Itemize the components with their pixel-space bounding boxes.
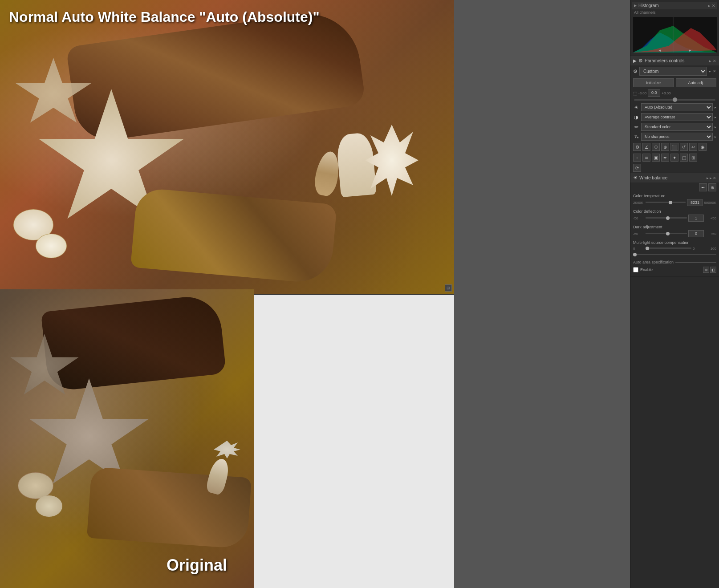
refresh-row: ⟳: [630, 163, 719, 173]
tool-icon-11[interactable]: ▣: [652, 154, 660, 162]
color-temp-row: 2000K 90000K: [633, 199, 716, 206]
color-dropdown-row: ✏ Standard color ▸: [630, 122, 719, 132]
auto-area-icon-1[interactable]: ⊕: [703, 267, 709, 273]
multi-light-thumb2[interactable]: [633, 253, 637, 256]
tool-icon-10[interactable]: ≋: [642, 154, 650, 162]
dark-adj-slider[interactable]: [646, 233, 687, 234]
histogram-label: All channels: [632, 9, 717, 16]
wb-sun-header-icon: ☀: [633, 175, 638, 181]
auto-area-header: Auto area specification: [630, 259, 719, 265]
wb-section-icons: ▸ ▸ ✕: [707, 176, 716, 180]
auto-area-icons: ⊕ ◧: [703, 267, 716, 273]
color-temp-min: 2000K: [633, 201, 644, 205]
histogram-more-icon[interactable]: ▸: [708, 4, 711, 8]
multi-light-slider2[interactable]: [633, 254, 716, 255]
divider-icon[interactable]: ⊞: [445, 284, 452, 292]
enable-checkbox[interactable]: [633, 267, 638, 272]
tool-icon-9[interactable]: ◦: [633, 154, 641, 162]
wb-mode-select[interactable]: Auto (Absolute): [641, 103, 713, 111]
exposure-row: ⬚ -3.00 0.0 +3.00: [630, 89, 719, 97]
histogram-title: Histogram: [638, 3, 707, 8]
tool-icon-1[interactable]: ⚙: [633, 143, 641, 151]
sharpness-select[interactable]: No sharpness: [641, 133, 713, 141]
tool-icon-6[interactable]: ↺: [680, 143, 688, 151]
preset-buttons: Initialize Auto adj.: [630, 77, 719, 89]
tool-icon-4[interactable]: ⊕: [661, 143, 669, 151]
dark-adjustment-group: Dark adjustment -50 +50: [630, 223, 719, 239]
contrast-select[interactable]: Average contrast: [641, 113, 713, 121]
params-header[interactable]: ▶ ⚙ Parameters controls ▸ ✕: [630, 56, 719, 65]
tool-icon-2[interactable]: ∠: [642, 143, 650, 151]
deflection-value[interactable]: [688, 215, 704, 222]
tool-icon-15[interactable]: ⊞: [689, 154, 697, 162]
contrast-dropdown-row: ◑ Average contrast ▸: [630, 112, 719, 122]
deflection-slider-container: [646, 215, 687, 221]
tool-icon-12[interactable]: ✒: [661, 154, 669, 162]
wb-target-icon[interactable]: ⊕: [708, 183, 716, 191]
color-deflection-label: Color deflection: [633, 209, 716, 214]
deflection-slider[interactable]: [646, 217, 687, 219]
tool-icon-8[interactable]: ◉: [699, 143, 707, 151]
wb-more-icon: ▸: [715, 105, 716, 109]
top-image-label: Normal Auto White Balance "Auto (Absolut…: [9, 9, 320, 25]
bottom-image-label: Original: [167, 556, 227, 575]
wb-options-icon[interactable]: ▸: [710, 176, 712, 180]
tool-icon-3[interactable]: ☉: [652, 143, 660, 151]
color-deflection-row: -50 +50: [633, 215, 716, 222]
shell-2: [36, 234, 67, 258]
exposure-max: +3.00: [662, 91, 670, 95]
color-temp-label: Color temperature: [633, 194, 716, 198]
dark-adj-value[interactable]: [688, 230, 704, 237]
tool-icon-14[interactable]: ◫: [680, 154, 688, 162]
wb-eyedropper-icon[interactable]: ✒: [699, 183, 707, 191]
color-more-icon: ▸: [715, 125, 716, 129]
tool-icon-7[interactable]: ↩: [689, 143, 697, 151]
toolbar-row-2: ◦ ≋ ▣ ✒ ✦ ◫ ⊞: [630, 152, 719, 163]
params-more-icon[interactable]: ▸: [709, 59, 711, 63]
multi-light-thumb[interactable]: [646, 247, 649, 250]
color-temp-slider-container: [646, 200, 686, 205]
histogram-header[interactable]: ▶ Histogram ▸ ✕: [632, 2, 717, 9]
custom-close[interactable]: ✕: [713, 69, 716, 73]
tool-icon-5[interactable]: ⬛: [670, 143, 678, 151]
exposure-icon: ⬚: [633, 91, 637, 96]
dark-adj-thumb[interactable]: [666, 232, 670, 235]
deflection-min: -50: [633, 216, 644, 220]
color-temp-slider[interactable]: [646, 202, 686, 203]
dark-adjustment-label: Dark adjustment: [633, 225, 716, 229]
params-title: Parameters controls: [645, 58, 707, 63]
exposure-value[interactable]: 0.0: [648, 89, 660, 97]
white-balance-section: ☀ White balance ▸ ▸ ✕ ✒ ⊕ Color temperat…: [630, 173, 719, 276]
auto-adj-button[interactable]: Auto adj.: [676, 78, 717, 87]
params-icon: ⚙: [638, 58, 643, 64]
wb-expand-icon[interactable]: ▸: [707, 176, 709, 180]
histogram-canvas: ◄ ►: [633, 17, 717, 53]
exposure-slider-thumb[interactable]: [673, 97, 677, 102]
auto-area-icon-2[interactable]: ◧: [710, 267, 716, 273]
tool-icon-13[interactable]: ✦: [670, 154, 678, 162]
sharpness-more-icon: ▸: [715, 135, 716, 139]
top-image: Normal Auto White Balance "Auto (Absolut…: [0, 0, 454, 294]
multi-light-slider2-row: [633, 252, 716, 257]
color-temp-thumb[interactable]: [669, 201, 672, 204]
initialize-button[interactable]: Initialize: [633, 78, 674, 87]
custom-select[interactable]: Custom: [639, 67, 707, 76]
wb-close-icon[interactable]: ✕: [713, 176, 716, 180]
exposure-slider-track[interactable]: [634, 99, 715, 101]
sharpness-icon: ⁴⁄₄: [633, 134, 639, 140]
color-temp-value[interactable]: [687, 199, 703, 206]
params-close-icon[interactable]: ✕: [713, 59, 716, 63]
multi-light-slider2-container: [633, 252, 716, 257]
deflection-thumb[interactable]: [666, 216, 670, 220]
refresh-icon[interactable]: ⟳: [633, 164, 641, 172]
multi-light-slider[interactable]: [646, 247, 691, 249]
dark-adj-slider-container: [646, 231, 687, 236]
wb-section-header[interactable]: ☀ White balance ▸ ▸ ✕: [630, 173, 719, 182]
svg-text:►: ►: [688, 49, 692, 53]
enable-checkbox-row: Enable ⊕ ◧: [630, 265, 719, 274]
color-select[interactable]: Standard color: [641, 123, 713, 131]
color-temp-max: 90000K: [704, 201, 716, 205]
white-area: [254, 295, 454, 588]
driftwood-bottom-2-orig: [87, 467, 252, 549]
histogram-close-icon[interactable]: ✕: [712, 4, 715, 8]
